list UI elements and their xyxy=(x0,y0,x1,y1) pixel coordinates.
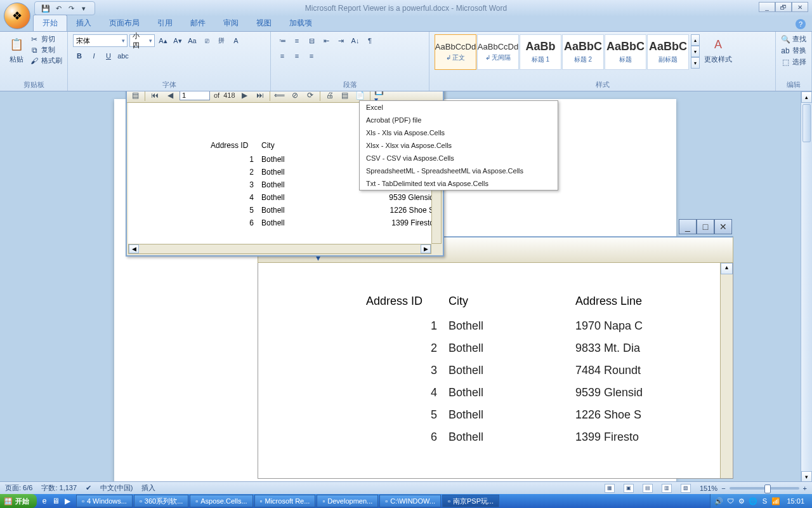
word-vscroll[interactable]: ▴ ▾ xyxy=(801,91,812,483)
export-option[interactable]: SpreadsheetML - SpreadsheetML via Aspose… xyxy=(360,164,558,177)
tab-insert[interactable]: 插入 xyxy=(67,15,100,31)
tray-icon[interactable]: 🔊 xyxy=(714,497,723,505)
change-styles-button[interactable]: A 更改样式 xyxy=(702,34,735,65)
print-icon[interactable]: 🖨 xyxy=(324,91,336,101)
scroll-right-icon[interactable]: ▶ xyxy=(421,244,431,253)
replace-button[interactable]: ab替换 xyxy=(781,46,806,55)
taskbar-item[interactable]: ▫Microsoft Re... xyxy=(254,495,316,507)
export-option[interactable]: Xlsx - Xlsx via Aspose.Cells xyxy=(360,139,558,152)
sort-icon[interactable]: A↓ xyxy=(349,34,362,47)
status-mode[interactable]: 插入 xyxy=(141,483,155,493)
style-item[interactable]: AaBb标题 1 xyxy=(520,34,561,70)
tab-review[interactable]: 审阅 xyxy=(214,15,247,31)
view-web-icon[interactable]: ▤ xyxy=(643,484,653,493)
taskbar-item[interactable]: ▫Developmen... xyxy=(317,495,378,507)
change-case-icon[interactable]: ⎚ xyxy=(200,34,213,47)
shrink-font-icon[interactable]: A▾ xyxy=(171,34,184,47)
view-outline-icon[interactable]: ▥ xyxy=(662,484,672,493)
style-item[interactable]: AaBbC标题 2 xyxy=(562,34,604,70)
status-page[interactable]: 页面: 6/6 xyxy=(5,483,32,493)
multilevel-icon[interactable]: ⊟ xyxy=(305,34,318,47)
strike-button[interactable]: abc xyxy=(117,50,129,62)
player-icon[interactable]: ▶ xyxy=(62,496,72,506)
export-option[interactable]: Txt - TabDelimited text via Aspose.Cells xyxy=(360,177,558,190)
tray-icon[interactable]: 📶 xyxy=(771,497,780,505)
embedded-vscroll[interactable]: ▴ xyxy=(720,263,733,478)
style-item[interactable]: AaBbCcDd↲ 正文 xyxy=(435,34,476,70)
font-name-combo[interactable]: 宋体 xyxy=(73,34,128,47)
scroll-up-icon[interactable]: ▴ xyxy=(721,263,733,274)
redo-icon[interactable]: ↷ xyxy=(67,4,75,13)
gallery-up-icon[interactable]: ▴ xyxy=(691,34,700,46)
taskbar-item[interactable]: ▫南京PSP玩... xyxy=(442,495,499,507)
paste-button[interactable]: 📋 粘贴 xyxy=(5,34,28,65)
export-option[interactable]: Excel xyxy=(360,101,558,114)
close-button[interactable]: ✕ xyxy=(714,219,732,234)
minimize-button[interactable]: _ xyxy=(759,2,775,12)
taskbar-item[interactable]: ▫4 Windows... xyxy=(76,495,133,507)
save-icon[interactable]: 💾 xyxy=(41,4,50,13)
bold-button[interactable]: B xyxy=(73,50,86,62)
tray-icon[interactable]: S xyxy=(760,497,769,505)
gallery-down-icon[interactable]: ▾ xyxy=(691,46,700,57)
scroll-thumb[interactable] xyxy=(802,104,811,142)
zoom-slider[interactable] xyxy=(730,487,799,490)
tab-mailings[interactable]: 邮件 xyxy=(181,15,214,31)
tab-view[interactable]: 视图 xyxy=(247,15,280,31)
char-border-icon[interactable]: A xyxy=(230,34,242,47)
qat-more-icon[interactable]: ▾ xyxy=(79,4,88,13)
maximize-button[interactable]: □ xyxy=(697,219,714,234)
font-size-combo[interactable]: 小四 xyxy=(129,34,155,47)
align-right-icon[interactable]: ≡ xyxy=(305,50,318,62)
numbering-icon[interactable]: ≡ xyxy=(291,34,303,47)
first-page-icon[interactable]: ⏮ xyxy=(149,91,160,101)
taskbar-item[interactable]: ▫C:\WINDOW... xyxy=(379,495,441,507)
next-page-icon[interactable]: ▶ xyxy=(239,91,251,101)
zoom-out-icon[interactable]: − xyxy=(721,485,725,492)
tray-icon[interactable]: 🛡 xyxy=(726,497,735,505)
tab-home[interactable]: 开始 xyxy=(33,15,67,31)
status-lang[interactable]: 中文(中国) xyxy=(100,483,133,493)
status-words[interactable]: 字数: 1,137 xyxy=(41,483,77,493)
stop-icon[interactable]: ⊘ xyxy=(289,91,301,101)
find-button[interactable]: 🔍查找 xyxy=(781,34,806,44)
page-setup-icon[interactable]: 📄 xyxy=(355,91,366,101)
view-draft-icon[interactable]: ▧ xyxy=(681,484,691,493)
scroll-left-icon[interactable]: ◀ xyxy=(129,244,139,253)
align-center-icon[interactable]: ≡ xyxy=(291,50,303,62)
view-fullscreen-icon[interactable]: ▣ xyxy=(624,484,634,493)
report-hscroll[interactable]: ◀▶ xyxy=(128,244,431,254)
export-save-icon[interactable]: 💾▾ xyxy=(374,91,386,101)
ie-icon[interactable]: e xyxy=(39,496,49,506)
tray-icon[interactable]: 🌐 xyxy=(749,497,757,505)
zoom-value[interactable]: 151% xyxy=(700,485,717,492)
italic-button[interactable]: I xyxy=(88,50,100,62)
format-painter-button[interactable]: 🖌格式刷 xyxy=(30,56,62,65)
close-button[interactable]: ✕ xyxy=(792,2,808,12)
help-icon[interactable]: ? xyxy=(796,19,806,29)
spellcheck-icon[interactable]: ✔ xyxy=(86,484,91,492)
grow-font-icon[interactable]: A▴ xyxy=(157,34,169,47)
doc-icon[interactable]: ▤ xyxy=(129,91,141,101)
tab-addins[interactable]: 加载项 xyxy=(280,15,321,31)
refresh-icon[interactable]: ⟳ xyxy=(304,91,316,101)
scroll-up-icon[interactable]: ▴ xyxy=(801,91,812,103)
style-item[interactable]: AaBbC副标题 xyxy=(647,34,689,70)
indent-dec-icon[interactable]: ⇤ xyxy=(320,34,332,47)
clock[interactable]: 15:01 xyxy=(783,497,808,505)
tray-icon[interactable]: ⚙ xyxy=(737,497,746,505)
show-marks-icon[interactable]: ¶ xyxy=(363,34,376,47)
view-print-icon[interactable]: ▦ xyxy=(605,484,615,493)
gallery-more-icon[interactable]: ▾ xyxy=(691,57,700,69)
office-button[interactable]: ❖ xyxy=(4,3,30,29)
last-page-icon[interactable]: ⏭ xyxy=(254,91,266,101)
restore-button[interactable]: 🗗 xyxy=(775,2,792,12)
tab-layout[interactable]: 页面布局 xyxy=(100,15,148,31)
select-button[interactable]: ⬚选择 xyxy=(781,57,806,67)
back-icon[interactable]: ⟸ xyxy=(274,91,285,101)
export-option[interactable]: Xls - Xls via Aspose.Cells xyxy=(360,126,558,139)
align-left-icon[interactable]: ≡ xyxy=(276,50,289,62)
indent-inc-icon[interactable]: ⇥ xyxy=(334,34,347,47)
undo-icon[interactable]: ↶ xyxy=(54,4,63,13)
start-button[interactable]: 🪟开始 xyxy=(0,494,37,508)
